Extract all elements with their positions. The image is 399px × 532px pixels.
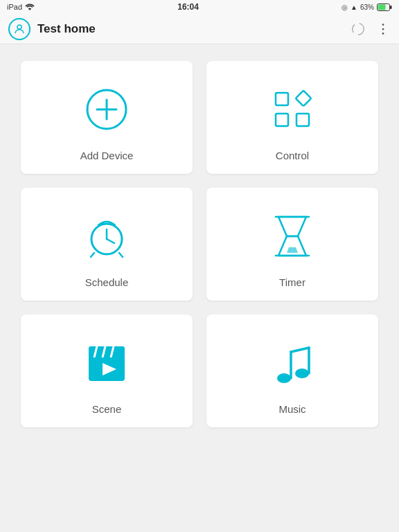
header: Test home	[0, 14, 399, 44]
timer-tile[interactable]: Timer	[206, 188, 378, 301]
timer-icon	[265, 209, 320, 264]
status-right: ◎ ▲ 63%	[342, 3, 392, 11]
svg-line-19	[119, 253, 123, 257]
svg-line-17	[107, 239, 114, 243]
svg-rect-1	[378, 4, 386, 10]
wifi-icon	[25, 3, 35, 10]
scene-icon	[79, 335, 134, 391]
svg-rect-2	[390, 6, 392, 9]
svg-line-18	[91, 253, 94, 257]
svg-rect-13	[296, 114, 309, 126]
battery-icon	[377, 3, 392, 11]
header-actions	[351, 21, 391, 37]
add-device-icon	[79, 82, 134, 137]
svg-rect-11	[276, 93, 288, 105]
svg-line-32	[291, 348, 309, 352]
battery-label: 63%	[360, 3, 374, 11]
schedule-icon	[79, 209, 134, 264]
user-icon	[13, 23, 26, 35]
scene-label: Scene	[92, 403, 122, 415]
refresh-icon[interactable]	[351, 21, 366, 37]
music-tile[interactable]: Music	[206, 314, 378, 427]
signal-icon: ▲	[351, 3, 357, 11]
svg-point-3	[17, 25, 21, 29]
schedule-label: Schedule	[85, 276, 129, 288]
svg-point-4	[353, 23, 364, 35]
add-device-tile[interactable]: Add Device	[21, 61, 193, 174]
header-title: Test home	[37, 22, 96, 36]
status-bar: iPad 16:04 ◎ ▲ 63%	[0, 0, 399, 14]
svg-point-28	[277, 373, 291, 383]
add-device-label: Add Device	[80, 150, 134, 161]
status-time: 16:04	[177, 2, 199, 12]
svg-point-5	[382, 24, 384, 26]
svg-point-7	[382, 33, 384, 35]
music-icon	[265, 335, 320, 391]
control-tile[interactable]: Control	[206, 61, 378, 174]
location-icon: ◎	[342, 3, 348, 11]
grid-container: Add Device Control	[0, 44, 399, 444]
schedule-tile[interactable]: Schedule	[21, 188, 193, 301]
svg-point-6	[382, 28, 384, 30]
svg-point-29	[295, 369, 309, 378]
svg-rect-14	[296, 91, 312, 107]
status-left: iPad	[7, 3, 35, 11]
music-label: Music	[278, 403, 305, 415]
svg-rect-12	[276, 114, 288, 126]
timer-label: Timer	[279, 276, 305, 288]
control-icon	[265, 82, 320, 137]
carrier-label: iPad	[7, 3, 22, 11]
control-label: Control	[276, 150, 309, 161]
avatar[interactable]	[8, 18, 30, 40]
scene-tile[interactable]: Scene	[21, 314, 193, 427]
more-icon[interactable]	[375, 21, 391, 37]
header-left: Test home	[8, 18, 96, 40]
